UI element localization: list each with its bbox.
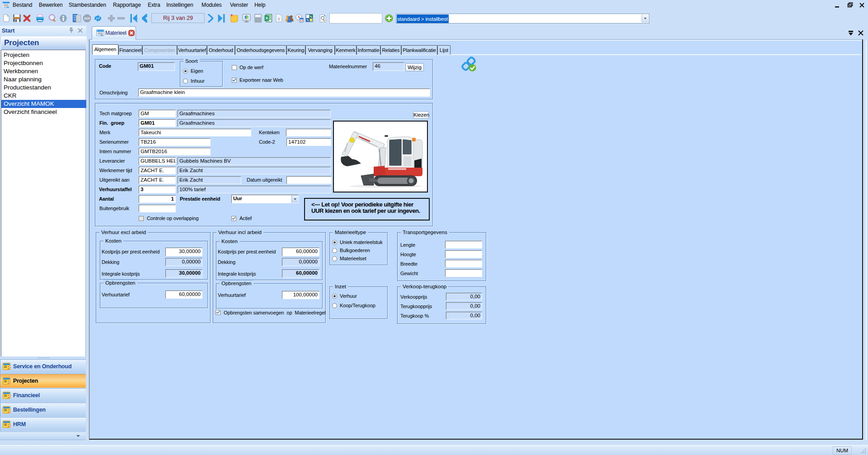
svg-text:X: X	[265, 15, 268, 20]
svg-text:12: 12	[300, 19, 303, 22]
svg-text:€: €	[278, 17, 280, 21]
svg-text:STOP: STOP	[84, 18, 89, 20]
